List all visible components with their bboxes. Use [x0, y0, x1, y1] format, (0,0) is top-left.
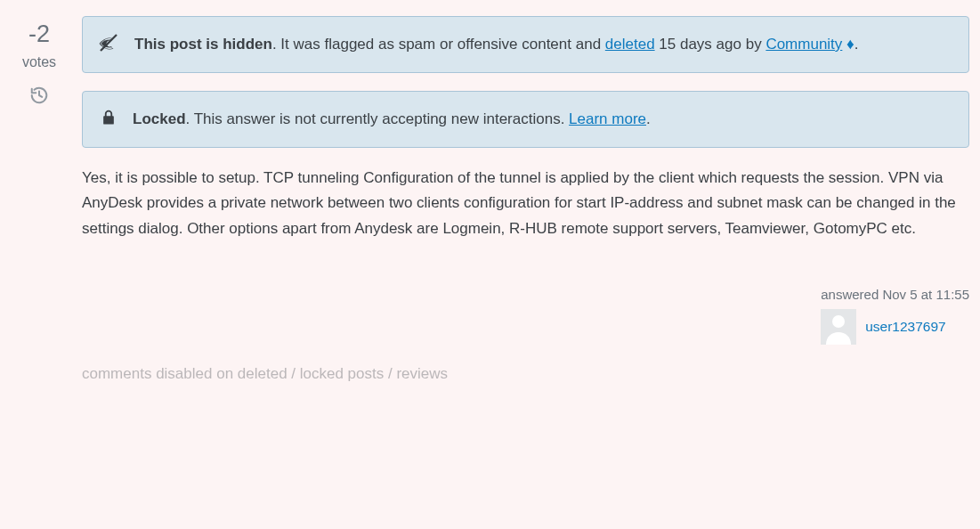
- answer-post: -2 votes This post is hidden. It was fla…: [0, 0, 980, 397]
- locked-notice-body: Locked. This answer is not currently acc…: [133, 106, 952, 133]
- lock-icon: [99, 108, 118, 127]
- community-link[interactable]: Community: [765, 36, 842, 53]
- timeline-icon[interactable]: [29, 85, 49, 105]
- vote-score: -2: [11, 20, 68, 48]
- usercard: answered Nov 5 at 11:55 user1237697: [821, 285, 969, 345]
- svg-point-1: [832, 315, 845, 328]
- locked-tail: .: [646, 110, 651, 127]
- hidden-notice-body: This post is hidden. It was flagged as s…: [134, 31, 952, 58]
- answered-time: answered Nov 5 at 11:55: [821, 285, 969, 305]
- vote-cell: -2 votes: [11, 16, 68, 112]
- avatar: [821, 309, 856, 345]
- locked-notice: Locked. This answer is not currently acc…: [82, 91, 969, 148]
- usercard-row: answered Nov 5 at 11:55 user1237697: [82, 285, 969, 345]
- deleted-link[interactable]: deleted: [605, 36, 655, 53]
- learn-more-link[interactable]: Learn more: [569, 110, 646, 127]
- hidden-text-1: . It was flagged as spam or offensive co…: [272, 36, 605, 53]
- post-cell: This post is hidden. It was flagged as s…: [68, 16, 969, 385]
- vote-label: votes: [11, 52, 68, 73]
- hidden-eye-icon: [99, 33, 120, 54]
- hidden-text-2: 15 days ago by: [655, 36, 766, 53]
- locked-lead: Locked: [133, 110, 186, 127]
- hidden-notice: This post is hidden. It was flagged as s…: [82, 16, 969, 73]
- locked-text: . This answer is not currently accepting…: [186, 110, 570, 127]
- answer-body: Yes, it is possible to setup. TCP tunnel…: [82, 166, 969, 243]
- hidden-tail: .: [854, 36, 859, 53]
- mod-diamond: ♦: [842, 36, 854, 53]
- comments-disabled-note: comments disabled on deleted / locked po…: [82, 362, 969, 386]
- hidden-lead: This post is hidden: [134, 36, 272, 53]
- username[interactable]: user1237697: [865, 316, 946, 337]
